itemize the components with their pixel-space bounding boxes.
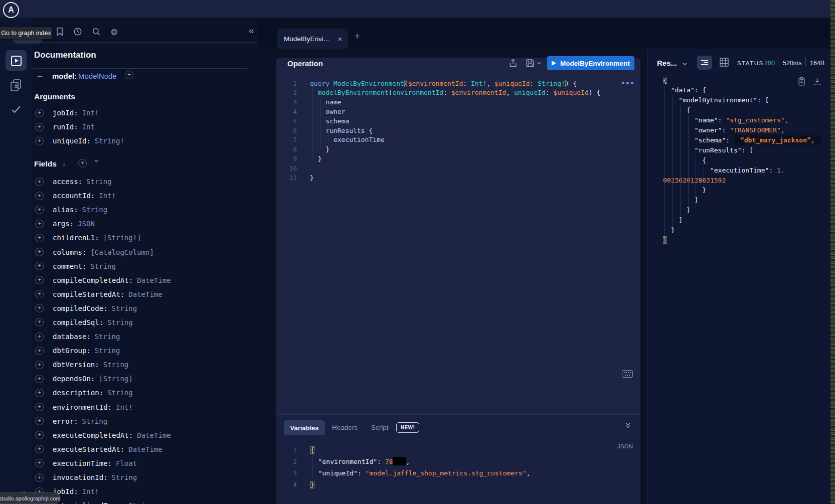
add-to-query-icon[interactable]: + — [35, 431, 44, 439]
apollo-logo-letter: A — [8, 6, 14, 15]
add-to-query-icon[interactable]: + — [35, 347, 44, 355]
response-json-line: } — [0, 235, 832, 245]
code-token: "stg_customers", — [726, 116, 788, 124]
add-to-query-icon[interactable]: + — [35, 389, 44, 397]
collapse-docs-icon[interactable]: « — [249, 25, 254, 36]
field-name[interactable]: database: — [53, 332, 91, 341]
code-token: , — [527, 469, 531, 477]
code-token: ] — [663, 196, 698, 204]
field-name[interactable]: executeCompletedAt: — [53, 431, 133, 439]
field-type[interactable]: String — [103, 361, 129, 369]
add-to-query-icon[interactable]: + — [35, 318, 44, 326]
apollo-logo[interactable]: A — [3, 2, 19, 18]
run-operation-button[interactable]: ModelByEnvironment — [547, 56, 634, 70]
indent-guide — [704, 165, 704, 187]
add-to-query-icon[interactable]: + — [35, 375, 44, 383]
field-row[interactable]: +dbtGroup:String — [32, 344, 258, 358]
field-name[interactable]: dbtVersion: — [53, 361, 99, 369]
field-row[interactable]: +compileCompletedAt:DateTime — [32, 273, 258, 287]
field-type[interactable]: String — [128, 501, 154, 504]
table-view-button[interactable] — [719, 57, 730, 68]
field-row[interactable]: +database:String — [32, 329, 258, 344]
add-to-query-icon[interactable]: + — [35, 361, 44, 369]
field-row[interactable]: +description:String — [32, 386, 258, 400]
field-type[interactable]: String — [95, 347, 120, 355]
field-row[interactable]: +columns:[CatalogColumn] — [32, 245, 258, 259]
field-name[interactable]: dbtGroup: — [53, 347, 91, 355]
add-to-query-icon[interactable]: + — [35, 276, 44, 284]
sidebar-item-explorer[interactable] — [6, 50, 27, 71]
field-name[interactable]: error: — [53, 417, 78, 425]
tree-view-button[interactable] — [697, 56, 712, 70]
code-token: : [ — [742, 146, 753, 154]
add-to-query-icon[interactable]: + — [35, 304, 44, 312]
collapse-panel-chevrons-icon[interactable] — [624, 421, 632, 429]
code-token: : — [722, 126, 730, 134]
code-token — [663, 96, 679, 104]
response-dropdown-chevron-icon[interactable] — [682, 61, 688, 67]
field-name[interactable]: materializedType: — [53, 501, 124, 504]
tab-variables[interactable]: Variables — [284, 420, 325, 435]
add-to-query-icon[interactable]: + — [35, 417, 44, 425]
code-token: : [ — [757, 96, 769, 104]
field-row[interactable]: +compileStartedAt:DateTime — [32, 287, 258, 301]
field-name[interactable]: dependsOn: — [53, 375, 95, 383]
field-name[interactable]: compileCompletedAt: — [53, 276, 133, 284]
field-type[interactable]: DateTime — [137, 276, 171, 284]
graph-index-button-partial[interactable] — [13, 39, 42, 44]
field-row[interactable]: +error:String — [32, 414, 258, 428]
field-type[interactable]: [CatalogColumn] — [90, 248, 153, 256]
settings-gear-icon[interactable]: ⚙ — [110, 27, 119, 36]
field-row[interactable]: +dependsOn:[String] — [32, 372, 258, 386]
field-type[interactable]: Int! — [116, 403, 133, 411]
field-row[interactable]: +environmentId:Int! — [32, 400, 258, 414]
new-tab-button[interactable]: + — [354, 30, 360, 42]
field-row[interactable]: +compiledCode:String — [32, 301, 258, 315]
keyboard-shortcuts-icon[interactable] — [622, 370, 633, 378]
save-icon[interactable] — [526, 59, 535, 68]
code-token — [310, 469, 318, 477]
tab-modelbyenvironment[interactable]: ModelByEnvi... × — [277, 29, 348, 49]
field-type[interactable]: DateTime — [128, 290, 162, 298]
field-type[interactable]: DateTime — [137, 431, 171, 439]
search-icon[interactable] — [92, 27, 101, 36]
add-to-query-icon[interactable]: + — [35, 248, 44, 256]
code-token: "runResults" — [695, 146, 742, 154]
field-row[interactable]: +comment:String — [32, 259, 258, 273]
code-token: } — [663, 186, 706, 194]
tab-headers[interactable]: Headers — [332, 424, 358, 431]
response-json-line: 0023620128631592 — [0, 176, 832, 185]
field-name[interactable]: columns: — [53, 248, 86, 256]
field-type[interactable]: String — [107, 318, 133, 326]
bookmark-icon[interactable] — [55, 27, 64, 36]
field-type[interactable]: String — [95, 332, 120, 341]
field-row[interactable]: +executeCompletedAt:DateTime — [32, 428, 258, 442]
code-token — [663, 116, 695, 124]
field-name[interactable]: compiledCode: — [53, 304, 108, 312]
history-icon[interactable] — [73, 27, 82, 36]
field-name[interactable]: compiledSql: — [53, 318, 103, 326]
field-row[interactable]: +compiledSql:String — [32, 315, 258, 329]
field-name[interactable]: comment: — [53, 262, 86, 270]
field-type[interactable]: String — [82, 417, 108, 425]
field-name[interactable]: environmentId: — [53, 403, 112, 411]
add-to-query-icon[interactable]: + — [35, 262, 44, 270]
add-to-query-icon[interactable]: + — [35, 403, 44, 411]
code-token: "owner" — [695, 126, 722, 134]
share-icon[interactable] — [509, 59, 518, 68]
field-name[interactable]: compileStartedAt: — [53, 290, 124, 298]
save-options-chevron-icon[interactable] — [537, 61, 542, 66]
tab-close-icon[interactable]: × — [338, 35, 342, 43]
add-to-query-icon[interactable]: + — [35, 290, 44, 298]
field-name[interactable]: description: — [53, 389, 103, 397]
add-to-query-icon[interactable]: + — [35, 332, 44, 341]
field-type[interactable]: String — [112, 304, 137, 312]
field-type[interactable]: String — [107, 389, 133, 397]
tab-script[interactable]: Script — [371, 424, 389, 431]
field-row[interactable]: +materializedType:String — [32, 498, 258, 504]
field-row[interactable]: +dbtVersion:String — [32, 358, 258, 372]
code-token: : — [769, 166, 777, 174]
field-type[interactable]: String — [90, 262, 116, 270]
code-token — [663, 136, 695, 144]
field-type[interactable]: [String] — [99, 375, 132, 383]
